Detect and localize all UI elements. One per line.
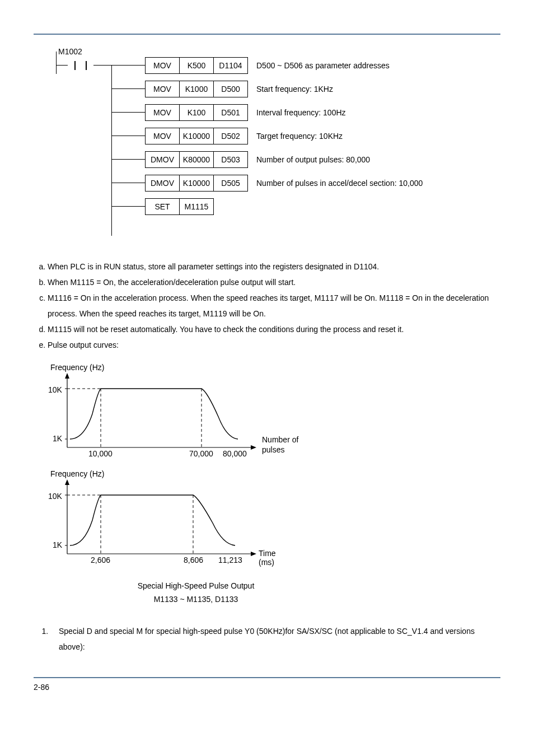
inst-arg2: D503	[213, 151, 248, 168]
instruction-row: MOV K500 D1104 D500 ~ D506 as parameter …	[111, 57, 423, 74]
inst-arg2: D500	[213, 81, 248, 97]
inst-arg2: D502	[213, 128, 248, 144]
chart2-ytick-1k: 1K	[53, 540, 62, 549]
chart2-xlabel: Time (ms)	[259, 549, 276, 567]
inst-op: SET	[145, 198, 180, 215]
svg-marker-1	[65, 373, 69, 379]
top-rule	[34, 34, 500, 35]
chart-pulses: Frequency (Hz) 10K 1K 10,000 70,000 80,0…	[45, 364, 500, 459]
inst-desc: Number of output pulses: 80,000	[256, 155, 370, 164]
instruction-row: DMOV K10000 D505 Number of pulses in acc…	[111, 175, 423, 192]
chart1-ytick-10k: 10K	[48, 385, 62, 394]
instruction-row: MOV K10000 D502 Target frequency: 10KHz	[111, 128, 423, 144]
note-c: M1116 = On in the acceleration process. …	[48, 290, 500, 321]
bottom-rule	[34, 677, 500, 678]
chart2-xtick-3: 11,213	[218, 556, 242, 564]
chart-time: Frequency (Hz) 10K 1K 2,606 8,606 11,213…	[45, 470, 500, 566]
section-heading: Special High-Speed Pulse Output M1133 ~ …	[112, 580, 280, 606]
instruction-row: DMOV K80000 D503 Number of output pulses…	[111, 151, 423, 168]
inst-desc: Start frequency: 1KHz	[256, 85, 333, 94]
inst-arg1: K10000	[179, 175, 214, 192]
inst-arg1: K100	[179, 104, 214, 121]
inst-desc: D500 ~ D506 as parameter addresses	[256, 61, 390, 70]
chart1-ytick-1k: 1K	[53, 434, 62, 443]
inst-desc: Interval frequency: 100Hz	[256, 108, 346, 117]
contact-m1002	[72, 61, 89, 70]
inst-op: MOV	[145, 57, 180, 74]
notes-list: When PLC is in RUN status, store all par…	[34, 259, 500, 353]
instruction-row: SET M1115	[111, 198, 423, 215]
inst-op: MOV	[145, 104, 180, 121]
chart1-xlabel: Number of pulses	[262, 435, 301, 455]
inst-arg1: K80000	[179, 151, 214, 168]
section-line2: M1133 ~ M1135, D1133	[112, 593, 280, 606]
inst-desc: Target frequency: 10KHz	[256, 132, 343, 141]
page-number: 2-86	[34, 683, 500, 692]
note-b: When M1115 = On, the acceleration/decele…	[48, 274, 500, 290]
ladder-diagram: M1002 MOV K500 D1104 D500 ~ D506 as	[56, 52, 500, 242]
numbered-list: Special D and special M for special high…	[34, 623, 500, 655]
note-e: Pulse output curves:	[48, 337, 500, 353]
inst-arg2: D1104	[213, 57, 248, 74]
numbered-item-1: Special D and special M for special high…	[50, 623, 500, 655]
section-line1: Special High-Speed Pulse Output	[112, 580, 280, 593]
svg-marker-10	[65, 479, 69, 485]
chart2-ytick-10k: 10K	[48, 492, 62, 501]
chart1-xtick-1: 10,000	[88, 449, 113, 458]
chart2-xtick-1: 2,606	[91, 556, 110, 564]
note-a: When PLC is in RUN status, store all par…	[48, 259, 500, 274]
chart1-xtick-3: 80,000	[223, 449, 247, 458]
inst-arg2: D501	[213, 104, 248, 121]
note-d: M1115 will not be reset automatically. Y…	[48, 321, 500, 337]
inst-op: MOV	[145, 128, 180, 144]
inst-desc: Number of pulses in accel/decel section:…	[256, 179, 423, 188]
chart2-ylabel: Frequency (Hz)	[50, 469, 104, 478]
chart1-xtick-2: 70,000	[189, 449, 213, 458]
svg-marker-12	[251, 552, 256, 556]
inst-arg1: K500	[179, 57, 214, 74]
inst-arg1: K10000	[179, 128, 214, 144]
chart2-xtick-2: 8,606	[184, 556, 203, 564]
inst-op: DMOV	[145, 151, 180, 168]
inst-op: MOV	[145, 81, 180, 97]
instruction-row: MOV K100 D501 Interval frequency: 100Hz	[111, 104, 423, 121]
inst-arg1: K1000	[179, 81, 214, 97]
chart1-ylabel: Frequency (Hz)	[50, 363, 104, 372]
svg-marker-3	[251, 445, 256, 450]
ladder-contact-label: M1002	[58, 47, 82, 56]
inst-arg1: M1115	[179, 198, 214, 215]
inst-op: DMOV	[145, 175, 180, 192]
instruction-row: MOV K1000 D500 Start frequency: 1KHz	[111, 81, 423, 97]
inst-arg2: D505	[213, 175, 248, 192]
